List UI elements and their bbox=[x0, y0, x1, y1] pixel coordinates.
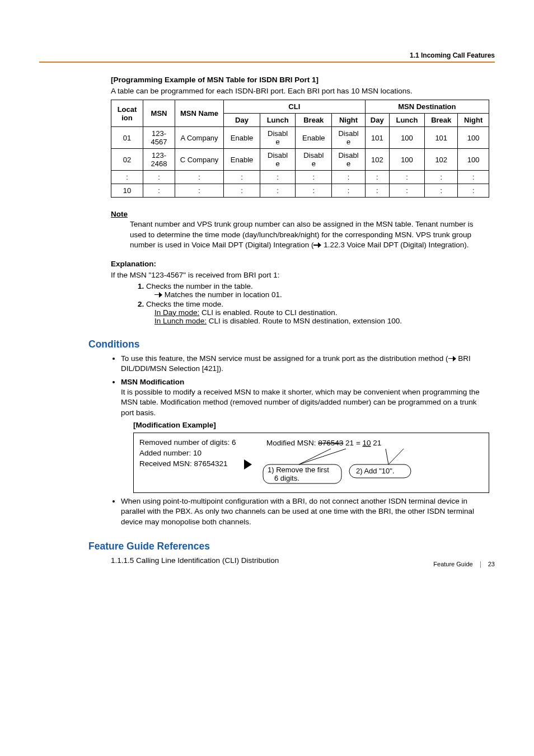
svg-line-1 bbox=[299, 449, 331, 464]
condition-item-1: To use this feature, the MSN service mus… bbox=[121, 354, 489, 374]
table-row: 10:::::::::: bbox=[111, 184, 489, 198]
table-cell: : bbox=[389, 184, 424, 198]
svg-line-3 bbox=[386, 449, 388, 464]
mod-example-title: [Modification Example] bbox=[133, 420, 489, 430]
table-cell: : bbox=[458, 184, 489, 198]
table-cell: 100 bbox=[458, 149, 489, 171]
table-cell: 01 bbox=[111, 127, 143, 149]
table-cell: Disable bbox=[332, 127, 365, 149]
condition-item-2: MSN Modification It is possible to modif… bbox=[121, 377, 489, 493]
refs-block: 1.1.1.5 Calling Line Identification (CLI… bbox=[111, 556, 489, 566]
intro-desc: A table can be programmed for each ISDN-… bbox=[111, 86, 489, 96]
table-cell: 102 bbox=[425, 149, 458, 171]
table-cell: Disable bbox=[296, 149, 332, 171]
mod-left-l3: Received MSN: 87654321 bbox=[139, 459, 228, 468]
table-head: Location MSN MSN Name CLI MSN Destinatio… bbox=[111, 100, 489, 127]
step2a-label: In Day mode: bbox=[154, 308, 199, 317]
table-cell: 100 bbox=[458, 127, 489, 149]
th-msn-name: MSN Name bbox=[175, 100, 224, 127]
conditions-list: To use this feature, the MSN service mus… bbox=[111, 354, 489, 527]
conditions-block: To use this feature, the MSN service mus… bbox=[111, 354, 489, 527]
page: 1.1 Incoming Call Features [Programming … bbox=[0, 0, 534, 589]
msn-table: Location MSN MSN Name CLI MSN Destinatio… bbox=[111, 100, 489, 198]
footer-divider bbox=[480, 561, 481, 568]
table-cell: Disable bbox=[260, 127, 296, 149]
arrow-right-solid-icon bbox=[244, 459, 252, 469]
step1-sub: Matches the number in location 01. bbox=[154, 290, 489, 299]
svg-text:Modified MSN:  
              : Modified MSN: 876543 21 = 10 21 bbox=[266, 439, 381, 447]
note-body: Tenant number and VPS trunk group number… bbox=[130, 219, 489, 250]
explanation-steps: 1. Checks the number in the table. Match… bbox=[111, 282, 489, 325]
table-cell: : bbox=[332, 184, 365, 198]
table-cell: : bbox=[332, 171, 365, 184]
svg-text:1) Remove the first: 1) Remove the first bbox=[268, 466, 329, 474]
step-2: 2. Checks the time mode. In Day mode: CL… bbox=[138, 300, 489, 325]
table-cell: : bbox=[175, 184, 224, 198]
table-cell: Enable bbox=[296, 127, 332, 149]
note-ref: 1.22.3 Voice Mail DPT (Digital) Integrat… bbox=[321, 241, 469, 249]
table-cell: : bbox=[143, 184, 175, 198]
table-cell: : bbox=[224, 171, 260, 184]
table-cell: 100 bbox=[389, 149, 424, 171]
table-cell: : bbox=[260, 171, 296, 184]
mod-right: Modified MSN: 876543 21 = 10 21 bbox=[260, 438, 483, 486]
cond2-title: MSN Modification bbox=[121, 378, 184, 386]
svg-line-4 bbox=[388, 449, 404, 464]
table-cell: : bbox=[296, 171, 332, 184]
table-row: 02123-2468C CompanyEnableDisableDisableD… bbox=[111, 149, 489, 171]
mod-left-l1: Removed number of digits: 6 bbox=[139, 438, 236, 447]
table-body: 01123-4567A CompanyEnableDisableEnableDi… bbox=[111, 127, 489, 198]
mod-example-box: Removed number of digits: 6 Added number… bbox=[133, 433, 489, 493]
conditions-heading: Conditions bbox=[88, 339, 495, 350]
table-cell: 123-4567 bbox=[143, 127, 175, 149]
table-cell: : bbox=[260, 184, 296, 198]
header-rule bbox=[39, 62, 495, 63]
step2b-label: In Lunch mode: bbox=[154, 317, 207, 325]
th-cli-group: CLI bbox=[224, 100, 366, 114]
mod-left: Removed number of digits: 6 Added number… bbox=[139, 438, 236, 469]
th-location: Location bbox=[111, 100, 143, 127]
arrow-icon bbox=[448, 356, 456, 361]
table-cell: 102 bbox=[365, 149, 389, 171]
intro-title: [Programming Example of MSN Table for IS… bbox=[111, 75, 489, 85]
table-cell: : bbox=[143, 171, 175, 184]
th-dest-break: Break bbox=[425, 114, 458, 127]
refs-heading: Feature Guide References bbox=[88, 541, 495, 552]
th-dest-day: Day bbox=[365, 114, 389, 127]
step-1: 1. Checks the number in the table. Match… bbox=[138, 282, 489, 299]
step2b-text: CLI is disabled. Route to MSN destinatio… bbox=[207, 317, 402, 325]
step2-text: Checks the time mode. bbox=[146, 300, 223, 308]
table-row: 01123-4567A CompanyEnableDisableEnableDi… bbox=[111, 127, 489, 149]
arrow-icon bbox=[313, 243, 321, 247]
mod-diagram: Modified MSN: 876543 21 = 10 21 bbox=[260, 438, 428, 486]
th-cli-break: Break bbox=[296, 114, 332, 127]
page-footer: Feature Guide 23 bbox=[433, 561, 495, 568]
table-row: ::::::::::: bbox=[111, 171, 489, 184]
table-cell: : bbox=[425, 171, 458, 184]
table-cell: A Company bbox=[175, 127, 224, 149]
svg-text:2) Add "10".: 2) Add "10". bbox=[356, 467, 395, 475]
step2b: In Lunch mode: CLI is disabled. Route to… bbox=[154, 317, 489, 325]
step1-text: Checks the number in the table. bbox=[146, 282, 253, 290]
th-dest-night: Night bbox=[458, 114, 489, 127]
step1-sub-text: Matches the number in location 01. bbox=[162, 290, 282, 299]
table-cell: 123-2468 bbox=[143, 149, 175, 171]
table-cell: : bbox=[425, 184, 458, 198]
th-cli-night: Night bbox=[332, 114, 365, 127]
step2a-text: CLI is enabled. Route to CLI destination… bbox=[199, 308, 337, 317]
mod-left-l2: Added number: 10 bbox=[139, 449, 202, 457]
th-dest-lunch: Lunch bbox=[389, 114, 424, 127]
footer-label: Feature Guide bbox=[433, 561, 472, 567]
table-cell: : bbox=[175, 171, 224, 184]
footer-page: 23 bbox=[488, 561, 495, 567]
table-cell: 100 bbox=[389, 127, 424, 149]
table-cell: Enable bbox=[224, 149, 260, 171]
table-cell: Disable bbox=[260, 149, 296, 171]
svg-line-2 bbox=[299, 449, 346, 464]
table-cell: : bbox=[458, 171, 489, 184]
refs-item: 1.1.1.5 Calling Line Identification (CLI… bbox=[111, 556, 489, 566]
table-cell: 101 bbox=[425, 127, 458, 149]
th-cli-lunch: Lunch bbox=[260, 114, 296, 127]
table-cell: : bbox=[389, 171, 424, 184]
cond1-text-a: To use this feature, the MSN service mus… bbox=[121, 354, 448, 363]
